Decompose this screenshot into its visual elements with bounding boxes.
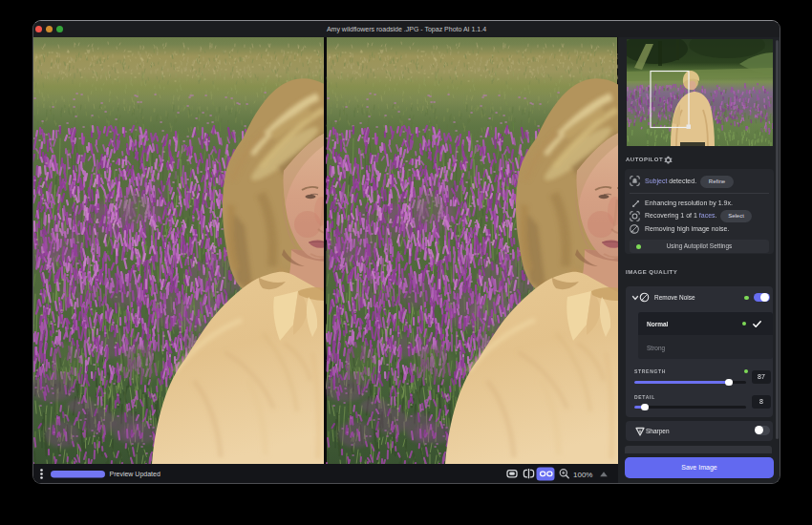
svg-text:Preview Updated: Preview Updated	[110, 471, 160, 478]
svg-text:100%: 100%	[573, 471, 592, 479]
